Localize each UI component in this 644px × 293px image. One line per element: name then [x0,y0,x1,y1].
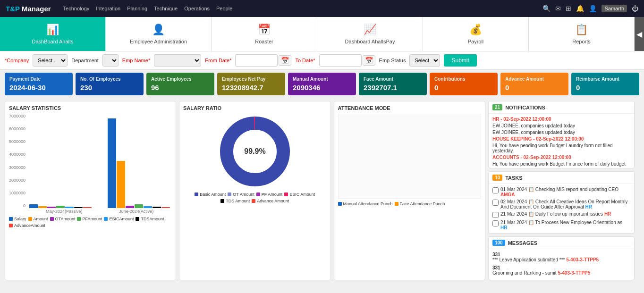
dashboard-icon: 📊 [46,24,59,36]
card-employee-admin[interactable]: 👤 Employee Administration [106,17,212,51]
left-panels: SALARY STATISTICS 7000000 6000000 500000… [5,101,488,280]
x-label-may: May-2024(Passive) [46,209,83,214]
from-date-wrapper: 📅 [235,54,291,67]
legend-face-attendance: Face Attendance Punch [395,201,445,206]
legend-salary: Salary [9,217,26,221]
notifications-body: HR - 02-Sep-2022 12:00:00 EW JOINEE, com… [489,114,634,168]
attendance-mode-panel: ATTENDANCE MODE Manual Attendance Punch … [334,101,485,280]
department-select[interactable] [102,54,119,67]
bar-june-pf [135,204,143,208]
bar-may-ota [47,207,56,208]
messages-body: 331 *** Leave Application submitted *** … [489,249,634,280]
x-axis-labels: May-2024(Passive) June-2024(Active) [27,209,172,214]
company-select[interactable]: Select... [33,54,68,67]
notif-item-5: Hi, You have pending work Budget Laundry… [492,143,630,153]
notifications-header: 21 NOTIFICATIONS [489,101,634,114]
bar-chart-area [27,114,172,208]
card-dashboard-label: DashBoard Ahalts [32,39,73,44]
from-date-label: From Date* [205,58,231,63]
message-item-1: 331 *** Leave Application submitted *** … [492,252,630,262]
task-checkbox-4[interactable] [492,220,499,226]
legend-advance: AdvanceAmount [9,223,45,228]
stat-employees: No. Of Employees 230 [76,73,144,95]
card-dashboard[interactable]: 📊 DashBoard Ahalts [0,17,106,51]
from-date-input[interactable] [235,54,278,67]
nav-people[interactable]: People [216,6,232,11]
notif-item-1: HR - 02-Sep-2022 12:00:00 [492,117,630,122]
company-label: *Company [5,58,29,63]
donut-legend: Basic Amount OT Amount PF Amount ESIC Am… [183,192,326,203]
stat-reimburse: Reimburse Amount 0 [571,73,639,95]
legend-amount: Amount [28,217,48,221]
donut-container: 99.9% Basic Amount OT Amount PF Amount E… [183,114,326,203]
user-badge[interactable]: Samarth [602,5,627,12]
bar-june-advance [161,207,170,208]
to-date-input[interactable] [319,54,362,67]
legend-basic: Basic Amount [195,192,226,197]
brand-suffix: Manager [22,5,51,13]
nav-technique[interactable]: Technique [154,6,178,11]
salary-ratio-panel: SALARY RATIO 99.9% Basic Amount OT Amoun… [179,101,330,280]
user-icon[interactable]: 👤 [589,5,597,12]
payroll-icon: 💰 [469,24,482,36]
card-employee-label: Employee Administration [130,39,187,44]
bell-icon[interactable]: 🔔 [576,5,584,12]
bar-may-amount [38,206,47,208]
y-label-5m: 5000000 [9,139,25,144]
tasks-panel: 10 TASKS 01 Mar 2024 📋 Checking MIS repo… [488,171,635,234]
stat-manual-amount: Manual Amount 2090346 [288,73,356,95]
legend-pf-ratio: PF Amount [256,192,283,197]
submit-button[interactable]: Submit [444,54,476,67]
card-payroll[interactable]: 💰 Payroll [423,17,529,51]
tasks-body: 01 Mar 2024 📋 Checking MIS report and up… [489,184,634,234]
bar-june-tds [153,207,161,208]
y-label-1m: 1000000 [9,191,25,195]
stat-reimburse-value: 0 [576,84,635,92]
legend-advance-ratio: Advance Amount [252,199,289,203]
legend-esic-ratio: ESIC Amount [284,192,315,197]
mail-icon[interactable]: ✉ [555,5,561,12]
nav-technology[interactable]: Technology [63,6,90,11]
messages-title: MESSAGES [508,240,537,246]
task-checkbox-1[interactable] [492,187,499,193]
notif-item-4: HOUSE KEEPING - 02-Sep-2022 12:00:00 [492,136,630,142]
x-label-june: June-2024(Active) [119,209,153,214]
to-date-calendar-icon[interactable]: 📅 [363,55,375,66]
nav-planning[interactable]: Planning [127,6,147,11]
tasks-header: 10 TASKS [489,172,634,184]
search-icon[interactable]: 🔍 [542,5,551,12]
grid-icon[interactable]: ⊞ [566,5,571,12]
y-label-3m: 3000000 [9,165,25,170]
bar-group-june [108,118,170,208]
stat-face-label: Face Amount [364,76,422,82]
bar-may-esic [65,207,74,208]
card-dashboard-pay[interactable]: 📈 Dashboard AhaltsPay [317,17,423,51]
stat-advance-amount: Advance Amount 0 [500,73,568,95]
card-roaster-label: Roaster [255,39,273,44]
cards-arrow-button[interactable]: ◀ [635,17,644,51]
right-panel: 21 NOTIFICATIONS HR - 02-Sep-2022 12:00:… [488,101,635,280]
logout-icon[interactable]: ⏻ [632,5,638,12]
roaster-icon: 📅 [258,24,271,36]
card-reports[interactable]: 📋 Reports [529,17,635,51]
brand-prefix: T&P [6,5,20,13]
attendance-area [338,114,481,199]
task-checkbox-3[interactable] [492,212,499,218]
task-checkbox-2[interactable] [492,200,499,206]
card-roaster[interactable]: 📅 Roaster [212,17,317,51]
emp-name-select[interactable] [154,54,201,67]
nav-integration[interactable]: Integration [96,6,120,11]
stat-advance-label: Advance Amount [505,76,564,82]
messages-badge: 100 [492,240,505,246]
emp-status-label: Emp Status [379,58,406,63]
tasks-badge: 10 [492,175,502,181]
bar-june-amount [117,161,125,208]
stat-contributions: Contributions 0 [430,73,498,95]
emp-status-select[interactable]: Select [409,54,440,67]
nav-operations[interactable]: Operations [184,6,210,11]
to-date-wrapper: 📅 [319,54,375,67]
from-date-calendar-icon[interactable]: 📅 [279,55,291,66]
stat-face-value: 2392707.1 [364,84,422,92]
stat-reimburse-label: Reimburse Amount [576,76,635,82]
svg-text:99.9%: 99.9% [244,147,265,155]
